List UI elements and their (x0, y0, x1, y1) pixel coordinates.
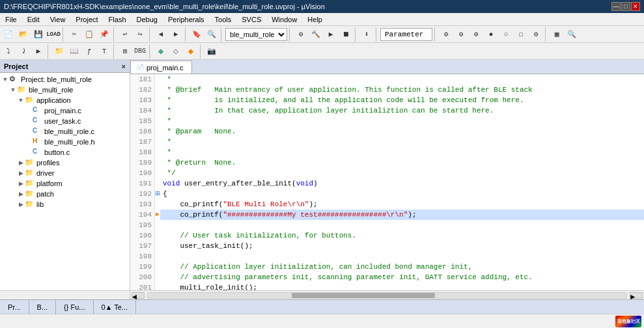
hscroll-right-btn[interactable]: ► (630, 292, 643, 299)
tree-item-lib[interactable]: ▶ lib (0, 199, 130, 210)
tree-item-profiles[interactable]: ▶ profiles (0, 157, 130, 168)
tb-btn-extra3[interactable]: ⚙ (469, 27, 483, 42)
paste-button[interactable]: 📌 (97, 27, 111, 42)
download-button[interactable]: ⬇ (359, 27, 374, 42)
code-line-201: multi_role_init(); (155, 282, 644, 290)
camera-btn[interactable]: 📷 (204, 44, 219, 59)
tb-btn-extra5[interactable]: ○ (499, 27, 513, 42)
stop-build-button[interactable]: ⏹ (339, 27, 353, 42)
tb-btn-extra6[interactable]: ☐ (514, 27, 528, 42)
cut-button[interactable]: ✂ (67, 27, 81, 42)
open-file-button[interactable]: 📂 (16, 27, 31, 42)
minimize-button[interactable]: — (611, 2, 621, 11)
debug-output-button[interactable]: DBG (133, 44, 147, 59)
tree-item-driver[interactable]: ▶ driver (0, 168, 130, 178)
menu-flash[interactable]: Flash (104, 14, 132, 25)
expand-icon[interactable]: ▶ (17, 170, 25, 176)
navigate-forward-button[interactable]: ► (169, 27, 183, 42)
hscroll-left-btn[interactable]: ◄ (132, 292, 145, 299)
debug-run-button[interactable]: ▶ (31, 44, 46, 59)
redo-button[interactable]: ↪ (133, 27, 147, 42)
tree-item-user-task[interactable]: C user_task.c (0, 116, 130, 126)
tree-item-project-root[interactable]: ▼ ⚙ Project: ble_multi_role (0, 74, 130, 85)
diamond2-btn[interactable]: ◇ (169, 44, 183, 59)
tb-btn-extra4[interactable]: ● (484, 27, 498, 42)
tb-btn-grid[interactable]: ▦ (550, 27, 564, 42)
expand-icon[interactable]: ▶ (17, 159, 25, 166)
tb-btn-extra7[interactable]: ⚙ (529, 27, 543, 42)
tree-item-application[interactable]: ▼ application (0, 95, 130, 105)
tab-proj-main[interactable]: 📄 proj_main.c (130, 61, 192, 74)
diamond1-btn[interactable]: ◆ (154, 44, 168, 59)
tab-file-icon: 📄 (136, 64, 144, 71)
build-target-button[interactable]: ⚙ (294, 27, 308, 42)
diamond3-btn[interactable]: ◆ (184, 44, 198, 59)
tree-item-button-c[interactable]: C button.c (0, 147, 130, 157)
bottom-tab-project[interactable]: Pr... (0, 300, 29, 314)
indicator-194: ▶ (155, 210, 160, 220)
menu-project[interactable]: Project (70, 14, 103, 25)
debug-over-button[interactable]: ⤸ (16, 44, 31, 59)
expand-icon[interactable]: ▼ (1, 76, 9, 83)
target-dropdown[interactable]: ble_multi_role (225, 28, 287, 41)
tb-btn-magnify[interactable]: 🔍 (565, 27, 579, 42)
func-window-button[interactable]: ƒ (82, 44, 96, 59)
menu-debug[interactable]: Debug (132, 14, 163, 25)
code-line-198 (155, 251, 644, 262)
undo-button[interactable]: ↩ (118, 27, 132, 42)
menu-view[interactable]: View (45, 14, 71, 25)
tree-item-ble-multi-role-c[interactable]: C ble_multi_role.c (0, 126, 130, 137)
project-hscroll[interactable] (0, 290, 130, 299)
copy-button[interactable]: 📋 (82, 27, 96, 42)
tree-item-ble-multi-role-h[interactable]: H ble_multi_role.h (0, 137, 130, 147)
rebuild-button[interactable]: 🔨 (309, 27, 323, 42)
debug-step-button[interactable]: ⤵ (1, 44, 16, 59)
close-button[interactable]: ✕ (631, 2, 640, 11)
menu-svcs[interactable]: SVCS (236, 14, 266, 25)
parameter-box[interactable]: Parameter (380, 28, 432, 41)
menu-window[interactable]: Window (266, 14, 302, 25)
code-content[interactable]: * * @brief Main entrancy of user applica… (155, 74, 644, 290)
book-window-button[interactable]: 📖 (67, 44, 81, 59)
folder-icon (25, 96, 35, 105)
tb2-sep2 (113, 44, 116, 59)
new-file-button[interactable]: 📄 (1, 27, 16, 42)
expand-icon[interactable]: ▶ (17, 180, 25, 187)
indicator-183 (155, 95, 160, 105)
hscroll-track[interactable] (147, 292, 627, 299)
save-all-button[interactable]: LOAD (46, 27, 61, 42)
navigate-back-button[interactable]: ◄ (154, 27, 168, 42)
bottom-tab-templates[interactable]: 0▲ Te... (94, 300, 137, 314)
menu-edit[interactable]: Edit (22, 14, 45, 25)
bookmark-button[interactable]: 🔖 (189, 27, 204, 42)
tree-item-proj-main[interactable]: C proj_main.c (0, 105, 130, 116)
hscroll-thumb[interactable] (292, 293, 436, 298)
maximize-button[interactable]: □ (621, 2, 630, 11)
expand-icon[interactable]: ▶ (17, 201, 25, 208)
project-close-button[interactable]: × (122, 62, 126, 70)
code-hscroll[interactable]: ◄ ► (130, 290, 644, 299)
template-window-button[interactable]: T (97, 44, 111, 59)
project-tree[interactable]: ▼ ⚙ Project: ble_multi_role ▼ ble_multi_… (0, 73, 130, 290)
menu-help[interactable]: Help (302, 14, 328, 25)
project-window-button[interactable]: 📁 (52, 44, 66, 59)
build-output-button[interactable]: ⊞ (118, 44, 132, 59)
expand-icon[interactable]: ▶ (17, 191, 25, 197)
expand-icon[interactable]: ▼ (17, 97, 25, 103)
expand-icon[interactable]: ▼ (9, 87, 17, 93)
menu-tools[interactable]: Tools (210, 14, 237, 25)
bottom-tab-functions[interactable]: {} Fu... (56, 300, 93, 314)
menu-file[interactable]: File (0, 14, 22, 25)
tree-item-platform[interactable]: ▶ platform (0, 178, 130, 189)
tree-item-ble-multi-role[interactable]: ▼ ble_multi_role (0, 85, 130, 95)
bottom-tab-books[interactable]: B... (29, 300, 57, 314)
save-button[interactable]: 💾 (31, 27, 46, 42)
tb-btn-extra1[interactable]: ⚙ (439, 27, 453, 42)
translate-button[interactable]: ▶ (324, 27, 338, 42)
indicator-182 (155, 85, 160, 95)
tb-btn-extra2[interactable]: ⚙ (454, 27, 468, 42)
tree-item-patch[interactable]: ▶ patch (0, 189, 130, 199)
find-button[interactable]: 🔍 (204, 27, 219, 42)
menu-peripherals[interactable]: Peripherals (163, 14, 210, 25)
indicator-186 (155, 126, 160, 137)
